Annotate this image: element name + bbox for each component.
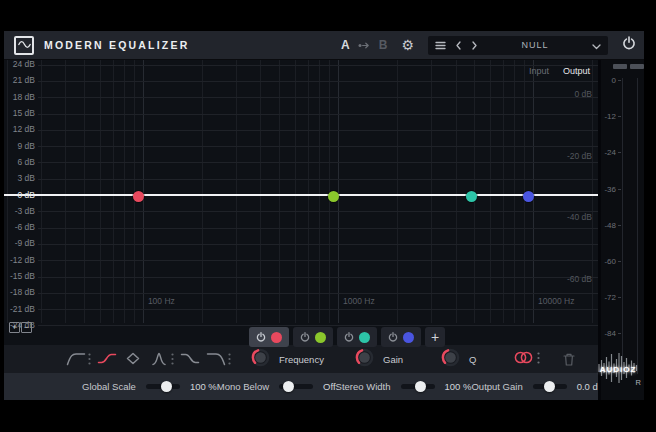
band-color-dot bbox=[271, 332, 282, 343]
global-scale-control: Global Scale100 % bbox=[82, 381, 217, 392]
frequency-knob[interactable] bbox=[251, 348, 270, 371]
band-power-icon[interactable] bbox=[300, 328, 310, 346]
analyzer-scale-label: -40 dB bbox=[567, 212, 592, 222]
grid-hline bbox=[38, 97, 598, 98]
meter-scale-tick bbox=[618, 225, 621, 226]
grid-vline bbox=[456, 60, 457, 323]
meter-scale-label: -48 bbox=[601, 221, 616, 230]
output-meter-toggle[interactable]: Output bbox=[563, 66, 590, 76]
stereo-mode-group bbox=[513, 350, 540, 369]
sine-wave-icon bbox=[18, 36, 31, 54]
meter-scale-tick bbox=[618, 333, 621, 334]
meter-scale-tick bbox=[618, 297, 621, 298]
input-meter-toggle[interactable]: Input bbox=[529, 66, 549, 76]
high-shelf-filter-icon[interactable] bbox=[180, 351, 200, 367]
meter-peak-left bbox=[613, 64, 627, 69]
grid-hline bbox=[38, 179, 598, 180]
band-handle[interactable] bbox=[328, 191, 339, 202]
watermark: AUDiOZ R bbox=[592, 348, 644, 396]
menu-icon[interactable] bbox=[435, 36, 446, 54]
grid-hline bbox=[38, 146, 598, 147]
grid-vline bbox=[592, 60, 593, 323]
slider-thumb[interactable] bbox=[283, 381, 294, 392]
knob-group: FrequencyGainQ bbox=[251, 348, 487, 371]
q-knob[interactable] bbox=[441, 348, 460, 371]
band-power-icon[interactable] bbox=[256, 328, 266, 346]
setting-slider[interactable] bbox=[401, 384, 435, 389]
grid-vline bbox=[143, 60, 144, 323]
grid-hline bbox=[38, 130, 598, 131]
band-button[interactable] bbox=[381, 327, 421, 347]
band-power-icon[interactable] bbox=[344, 328, 354, 346]
band-button[interactable] bbox=[337, 327, 377, 347]
db-axis-label: 9 dB bbox=[4, 141, 35, 151]
grid-vline bbox=[514, 60, 515, 323]
eq-graph[interactable]: 24 dB21 dB18 dB15 dB12 dB9 dB6 dB3 dB0 d… bbox=[4, 60, 598, 345]
grid-hline bbox=[38, 309, 598, 310]
preset-bar[interactable]: NULL bbox=[428, 36, 608, 55]
chevron-down-icon[interactable] bbox=[592, 36, 601, 54]
band-handle[interactable] bbox=[523, 191, 534, 202]
band-power-icon[interactable] bbox=[388, 328, 398, 346]
db-axis-label: -15 dB bbox=[4, 271, 35, 281]
zero-db-line bbox=[4, 194, 598, 196]
zoom-out-button[interactable]: − bbox=[21, 322, 32, 333]
band-color-dot bbox=[359, 332, 370, 343]
band-handle[interactable] bbox=[466, 191, 477, 202]
delete-band-button[interactable] bbox=[562, 352, 576, 367]
low-shelf-filter-icon[interactable] bbox=[97, 351, 117, 367]
grid-vline bbox=[41, 60, 42, 323]
band-controls-bar: FrequencyGainQ bbox=[4, 345, 598, 373]
gear-icon[interactable]: ⚙ bbox=[401, 38, 414, 52]
grid-hline bbox=[38, 260, 598, 261]
low-cut-filter-icon[interactable] bbox=[66, 351, 91, 367]
meter-scale-tick bbox=[618, 261, 621, 262]
slider-thumb[interactable] bbox=[544, 381, 555, 392]
band-button[interactable] bbox=[293, 327, 333, 347]
band-handle[interactable] bbox=[133, 191, 144, 202]
previous-preset-icon[interactable] bbox=[455, 36, 462, 54]
grid-hline bbox=[38, 228, 598, 229]
meter-scale-tick bbox=[618, 189, 621, 190]
ab-copy-arrow-icon[interactable] bbox=[358, 36, 371, 54]
setting-slider[interactable] bbox=[533, 384, 567, 389]
band-button[interactable] bbox=[249, 327, 289, 347]
db-axis-label: 15 dB bbox=[4, 108, 35, 118]
db-axis-label: -12 dB bbox=[4, 255, 35, 265]
grid-hline bbox=[38, 162, 598, 163]
slider-thumb[interactable] bbox=[415, 381, 426, 392]
high-cut-filter-icon[interactable] bbox=[206, 351, 231, 367]
grid-vline bbox=[490, 60, 491, 323]
bypass-power-icon[interactable] bbox=[622, 36, 636, 54]
next-preset-icon[interactable] bbox=[471, 36, 478, 54]
grid-hline bbox=[38, 293, 598, 294]
stereo-menu-dots-icon[interactable] bbox=[537, 350, 540, 368]
setting-value: 100 % bbox=[445, 381, 472, 392]
meter-scale-tick bbox=[618, 116, 621, 117]
ab-compare-a-button[interactable]: A bbox=[341, 38, 350, 52]
preset-name[interactable]: NULL bbox=[487, 40, 583, 50]
stereo-channels-icon[interactable] bbox=[513, 350, 534, 369]
frequency-axis-label: 100 Hz bbox=[148, 296, 175, 306]
db-axis-label: 18 dB bbox=[4, 92, 35, 102]
grid-vline bbox=[113, 60, 114, 323]
analyzer-scale-label: 0 dB bbox=[575, 89, 593, 99]
notch-filter-icon[interactable] bbox=[149, 351, 174, 367]
setting-value: 100 % bbox=[190, 381, 217, 392]
setting-slider[interactable] bbox=[279, 384, 313, 389]
header-bar: MODERN EQUALIZER A B ⚙ bbox=[4, 31, 644, 60]
knob-label: Gain bbox=[383, 354, 417, 365]
meter-scale-label: 0 bbox=[601, 76, 616, 85]
setting-slider[interactable] bbox=[146, 384, 180, 389]
zoom-in-button[interactable]: + bbox=[9, 322, 20, 333]
ab-compare-b-button[interactable]: B bbox=[379, 38, 388, 52]
analyzer-scale-label: -60 dB bbox=[567, 274, 592, 284]
meter-scale-label: -36 bbox=[601, 185, 616, 194]
graph-zoom-buttons: + − bbox=[9, 322, 32, 333]
db-axis-label: 12 dB bbox=[4, 124, 35, 134]
bell-filter-icon[interactable] bbox=[123, 351, 143, 367]
add-band-button[interactable]: + bbox=[425, 327, 445, 347]
slider-thumb[interactable] bbox=[161, 381, 172, 392]
meter-peak-right bbox=[630, 64, 644, 69]
gain-knob[interactable] bbox=[355, 348, 374, 371]
